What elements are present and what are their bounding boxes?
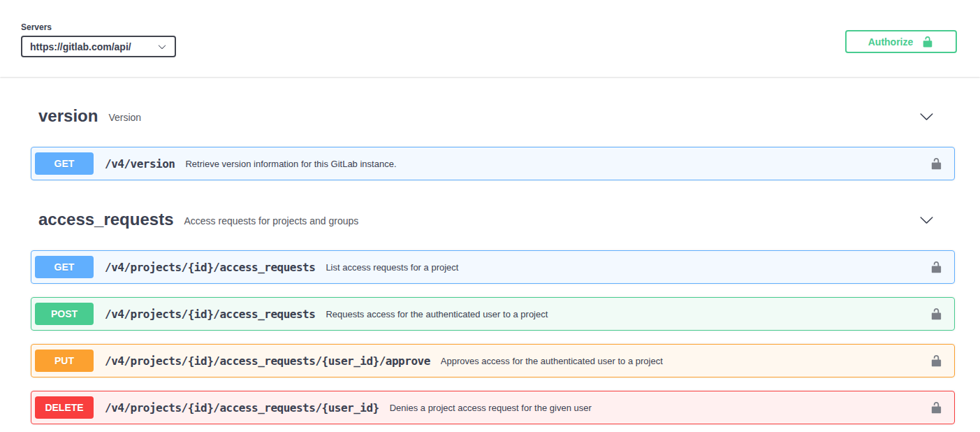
lock-button[interactable] <box>927 258 946 277</box>
operation-row[interactable]: PUT /v4/projects/{id}/access_requests/{u… <box>31 344 955 377</box>
operation-row[interactable]: POST /v4/projects/{id}/access_requests R… <box>31 297 955 331</box>
collapse-chevron-icon[interactable] <box>919 109 934 124</box>
method-badge: POST <box>35 303 94 325</box>
lock-icon <box>930 261 943 274</box>
section-title: version <box>38 106 98 126</box>
operation-path: /v4/projects/{id}/access_requests <box>105 261 315 274</box>
lock-icon <box>930 354 943 368</box>
lock-button[interactable] <box>927 398 946 417</box>
servers-select[interactable]: https://gitlab.com/api/ <box>21 36 176 57</box>
lock-icon <box>930 308 943 321</box>
collapse-chevron-icon[interactable] <box>919 213 934 227</box>
scheme-container: Servers https://gitlab.com/api/ Authoriz… <box>0 0 980 77</box>
servers-label: Servers <box>21 22 176 32</box>
operation-path: /v4/projects/{id}/access_requests/{user_… <box>105 401 379 415</box>
method-badge: GET <box>35 152 94 175</box>
authorize-button[interactable]: Authorize <box>845 30 957 53</box>
lock-button[interactable] <box>927 352 946 370</box>
lock-icon <box>930 401 943 415</box>
operation-summary: Retrieve version information for this Gi… <box>185 159 920 169</box>
operation-path: /v4/projects/{id}/access_requests/{user_… <box>105 354 430 368</box>
operation-path: /v4/version <box>105 157 175 171</box>
operation-row[interactable]: GET /v4/version Retrieve version informa… <box>31 147 955 180</box>
method-badge: PUT <box>35 350 94 372</box>
lock-button[interactable] <box>927 154 946 173</box>
section-description: Access requests for projects and groups <box>184 213 358 226</box>
operation-row[interactable]: GET /v4/projects/{id}/access_requests Li… <box>31 250 955 284</box>
operation-row[interactable]: DELETE /v4/projects/{id}/access_requests… <box>31 391 955 424</box>
lock-icon <box>930 157 943 171</box>
servers-select-value: https://gitlab.com/api/ <box>30 41 131 52</box>
section-title: access_requests <box>38 210 173 229</box>
operation-summary: List access requests for a project <box>326 262 920 273</box>
operation-summary: Approves access for the authenticated us… <box>441 356 920 366</box>
api-sections: version Version GET /v4/version Retrieve… <box>0 103 980 432</box>
method-badge: DELETE <box>35 396 94 419</box>
operation-path: /v4/projects/{id}/access_requests <box>105 308 315 321</box>
method-badge: GET <box>35 256 94 278</box>
servers-block: Servers https://gitlab.com/api/ <box>21 22 176 57</box>
section-header-access-requests[interactable]: access_requests Access requests for proj… <box>31 207 955 232</box>
section-description: Version <box>108 109 141 123</box>
unlock-icon <box>921 36 934 48</box>
lock-button[interactable] <box>927 305 946 324</box>
authorize-label: Authorize <box>868 36 914 48</box>
operation-summary: Denies a project access request for the … <box>390 403 920 413</box>
chevron-down-icon <box>158 43 166 51</box>
section-header-version[interactable]: version Version <box>31 103 955 129</box>
operation-summary: Requests access for the authenticated us… <box>326 309 920 319</box>
